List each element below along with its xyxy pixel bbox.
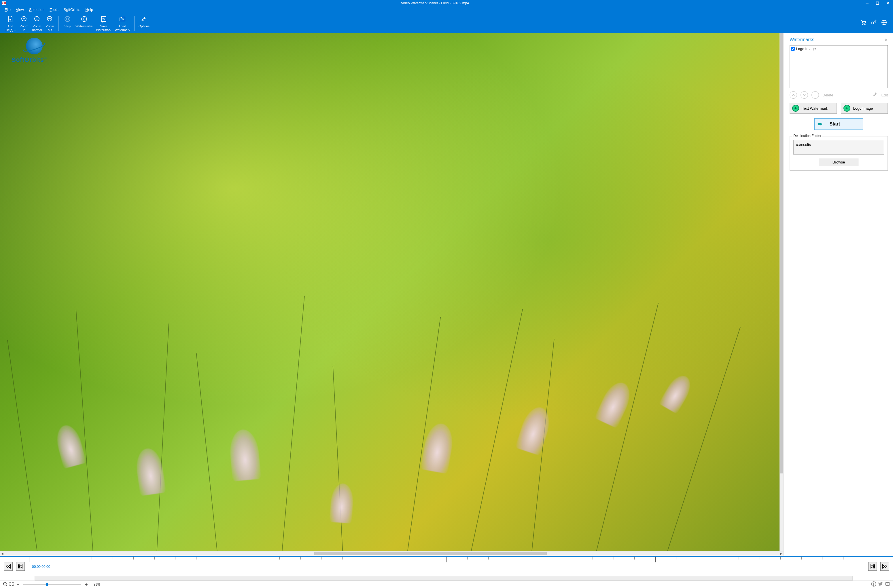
svg-point-21 [863, 24, 863, 25]
save-w-icon: W [100, 15, 107, 23]
status-bar: − + 89% [0, 580, 893, 588]
remove-button[interactable] [812, 91, 819, 99]
fast-forward-button[interactable] [880, 562, 889, 571]
facebook-icon[interactable] [871, 581, 876, 588]
move-up-button[interactable] [789, 91, 797, 99]
move-down-button[interactable] [801, 91, 808, 99]
menu-file[interactable]: File [5, 8, 11, 12]
svg-point-22 [864, 24, 865, 25]
zoom-percent: 89% [94, 582, 101, 586]
svg-text:W: W [102, 18, 105, 21]
toolbar: Add File(s)... Zoom in 1 Zoom normal Zoo… [0, 13, 893, 33]
title-bar: Video Watermark Maker - Field - 89182.mp… [0, 0, 893, 6]
list-item-checkbox[interactable] [791, 47, 795, 51]
twitter-icon[interactable] [878, 581, 883, 588]
svg-rect-2 [876, 2, 879, 4]
watermarks-button[interactable]: Watermarks [74, 14, 94, 33]
svg-text:1: 1 [36, 17, 38, 20]
watermark-overlay[interactable]: SoftOrbits™ [12, 38, 47, 64]
step-back-button[interactable] [16, 562, 25, 571]
watermark-list[interactable]: Logo Image [789, 45, 888, 88]
zoom-minus-button[interactable]: − [15, 582, 21, 587]
close-button[interactable] [882, 0, 893, 6]
list-item[interactable]: Logo Image [791, 46, 886, 51]
svg-point-16 [81, 16, 87, 22]
add-files-button[interactable]: Add File(s)... [3, 14, 18, 33]
scroll-right-icon[interactable]: ▶ [779, 552, 783, 556]
menu-selection[interactable]: Selection [29, 8, 44, 12]
timecode: 00:00:00 00 [32, 565, 50, 569]
svg-line-30 [6, 585, 7, 586]
menu-view[interactable]: View [16, 8, 24, 12]
zoom-normal-button[interactable]: 1 Zoom normal [30, 14, 44, 33]
plus-icon: + [792, 105, 799, 112]
delete-button[interactable]: Delete [822, 93, 833, 97]
timeline-scrollbar[interactable] [0, 576, 893, 580]
wrench-icon [140, 15, 148, 23]
timeline: 00:00:00 00 [0, 556, 893, 576]
globe-icon[interactable] [881, 19, 887, 27]
zoom-out-icon [46, 15, 54, 23]
zoom-reset-icon[interactable] [3, 582, 8, 587]
panel-title: Watermarks [789, 37, 814, 42]
watermarks-panel: Watermarks ✕ Logo Image Delete Edit [783, 33, 893, 556]
timeline-track[interactable]: 00:00:00 00 [29, 556, 864, 576]
svg-rect-0 [2, 2, 6, 4]
zoom-plus-button[interactable]: + [84, 582, 89, 587]
edit-button[interactable]: Edit [881, 93, 888, 97]
svg-point-29 [3, 582, 6, 585]
vertical-scrollbar[interactable] [780, 33, 783, 551]
arrow-right-icon: ➨ [818, 120, 823, 128]
step-forward-button[interactable] [868, 562, 877, 571]
zoom-one-icon: 1 [33, 15, 41, 23]
file-plus-icon [7, 15, 14, 23]
youtube-icon[interactable] [885, 581, 890, 588]
panel-close-icon[interactable]: ✕ [884, 38, 888, 42]
minimize-button[interactable] [862, 0, 872, 6]
window-title: Video Watermark Maker - Field - 89182.mp… [8, 1, 862, 5]
zoom-in-icon [21, 15, 28, 23]
plus-icon: + [843, 105, 850, 112]
horizontal-scrollbar[interactable]: ◀ ▶ [0, 551, 783, 556]
cart-icon[interactable] [860, 19, 866, 27]
add-text-watermark-button[interactable]: + Text Watermark [789, 103, 837, 114]
svg-point-23 [872, 22, 874, 24]
key-icon[interactable] [870, 19, 877, 27]
load-watermark-button[interactable]: W Load Watermark [113, 14, 132, 33]
menu-softorbits[interactable]: SoftOrbits [64, 8, 80, 12]
zoom-out-button[interactable]: Zoom out [44, 14, 56, 33]
load-w-icon: W [119, 15, 126, 23]
edit-wrench-icon[interactable] [872, 92, 878, 99]
stop-button: Stop [61, 14, 74, 33]
menu-tools[interactable]: Tools [50, 8, 58, 12]
menu-bar: File View Selection Tools SoftOrbits Hel… [0, 6, 893, 13]
zoom-in-button[interactable]: Zoom in [18, 14, 30, 33]
maximize-button[interactable] [872, 0, 882, 6]
svg-text:W: W [122, 18, 124, 21]
svg-rect-28 [874, 565, 875, 568]
scroll-left-icon[interactable]: ◀ [0, 552, 5, 556]
destination-path[interactable]: c:\results [793, 140, 884, 154]
svg-rect-15 [66, 18, 69, 20]
svg-point-14 [65, 16, 70, 22]
app-icon [0, 0, 8, 6]
rewind-button[interactable] [4, 562, 13, 571]
save-watermark-button[interactable]: W Save Watermark [94, 14, 113, 33]
options-button[interactable]: Options [137, 14, 151, 33]
stop-icon [64, 15, 71, 23]
fit-screen-icon[interactable] [9, 582, 14, 587]
start-button[interactable]: ➨ Start [814, 118, 863, 130]
logo-planet-icon [26, 38, 43, 54]
zoom-slider[interactable] [23, 584, 81, 585]
add-logo-image-button[interactable]: + Logo Image [841, 103, 888, 114]
video-preview[interactable]: SoftOrbits™ [0, 33, 780, 551]
browse-button[interactable]: Browse [819, 158, 859, 166]
destination-group: Destination Folder c:\results Browse [789, 136, 888, 171]
menu-help[interactable]: Help [86, 8, 93, 12]
copyright-icon [80, 15, 88, 23]
